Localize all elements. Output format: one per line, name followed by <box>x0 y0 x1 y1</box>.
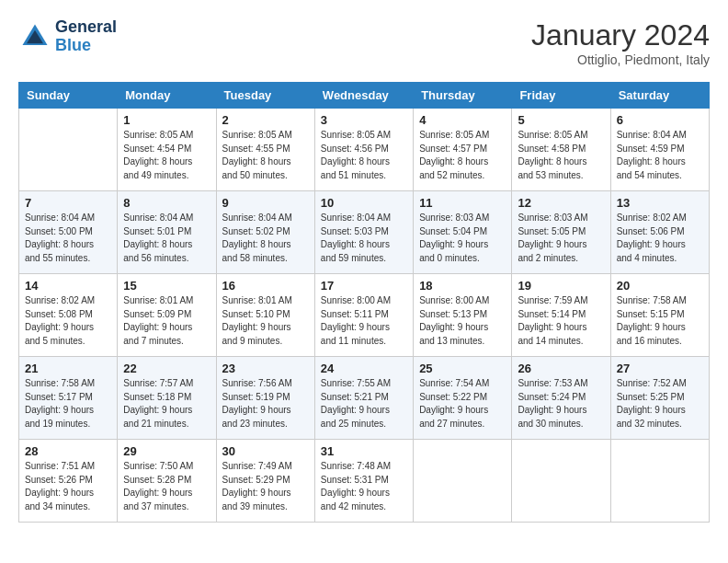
day-number: 8 <box>123 196 210 210</box>
logo-line2: Blue <box>55 37 117 55</box>
day-info: Sunrise: 7:50 AMSunset: 5:28 PMDaylight:… <box>123 460 210 513</box>
day-info: Sunrise: 7:51 AMSunset: 5:26 PMDaylight:… <box>25 460 111 513</box>
day-number: 31 <box>321 444 407 458</box>
calendar-cell <box>512 440 610 523</box>
day-info: Sunrise: 7:58 AMSunset: 5:15 PMDaylight:… <box>617 294 703 348</box>
logo: General Blue <box>18 18 117 55</box>
calendar-cell <box>414 440 512 523</box>
day-info: Sunrise: 8:04 AMSunset: 5:02 PMDaylight:… <box>222 212 309 265</box>
calendar-header: SundayMondayTuesdayWednesdayThursdayFrid… <box>19 83 710 109</box>
day-info: Sunrise: 7:48 AMSunset: 5:31 PMDaylight:… <box>321 460 407 513</box>
day-number: 7 <box>25 196 111 210</box>
day-info: Sunrise: 8:03 AMSunset: 5:05 PMDaylight:… <box>518 212 604 265</box>
calendar-cell <box>19 109 118 191</box>
calendar-cell: 20Sunrise: 7:58 AMSunset: 5:15 PMDayligh… <box>610 274 709 357</box>
day-number: 23 <box>222 362 309 375</box>
day-number: 9 <box>222 196 309 210</box>
day-number: 13 <box>617 196 703 210</box>
day-number: 18 <box>419 279 506 293</box>
day-number: 14 <box>25 279 111 293</box>
calendar-cell: 14Sunrise: 8:02 AMSunset: 5:08 PMDayligh… <box>19 274 118 357</box>
day-info: Sunrise: 8:00 AMSunset: 5:11 PMDaylight:… <box>321 294 407 348</box>
day-of-week-header: Wednesday <box>314 83 413 109</box>
day-of-week-header: Thursday <box>414 83 512 109</box>
day-number: 17 <box>321 279 407 293</box>
calendar-cell: 13Sunrise: 8:02 AMSunset: 5:06 PMDayligh… <box>610 191 709 274</box>
day-number: 16 <box>222 279 309 293</box>
day-of-week-header: Friday <box>512 83 610 109</box>
day-number: 15 <box>123 279 210 293</box>
day-number: 28 <box>25 444 111 458</box>
day-number: 1 <box>123 113 210 127</box>
calendar-week-row: 14Sunrise: 8:02 AMSunset: 5:08 PMDayligh… <box>19 274 710 357</box>
calendar-cell: 26Sunrise: 7:53 AMSunset: 5:24 PMDayligh… <box>512 357 610 440</box>
day-number: 6 <box>617 113 703 127</box>
day-info: Sunrise: 8:04 AMSunset: 5:00 PMDaylight:… <box>25 212 111 265</box>
day-number: 29 <box>123 444 210 458</box>
calendar-week-row: 1Sunrise: 8:05 AMSunset: 4:54 PMDaylight… <box>19 109 710 191</box>
day-info: Sunrise: 8:05 AMSunset: 4:58 PMDaylight:… <box>518 129 604 182</box>
day-info: Sunrise: 8:00 AMSunset: 5:13 PMDaylight:… <box>419 294 506 348</box>
calendar-cell: 17Sunrise: 8:00 AMSunset: 5:11 PMDayligh… <box>314 274 413 357</box>
day-number: 10 <box>321 196 407 210</box>
day-number: 11 <box>419 196 506 210</box>
calendar-week-row: 28Sunrise: 7:51 AMSunset: 5:26 PMDayligh… <box>19 440 710 523</box>
day-of-week-header: Saturday <box>610 83 709 109</box>
calendar-cell: 19Sunrise: 7:59 AMSunset: 5:14 PMDayligh… <box>512 274 610 357</box>
day-number: 30 <box>222 444 309 458</box>
day-info: Sunrise: 7:49 AMSunset: 5:29 PMDaylight:… <box>222 460 309 513</box>
calendar-cell: 22Sunrise: 7:57 AMSunset: 5:18 PMDayligh… <box>118 357 216 440</box>
calendar-cell: 3Sunrise: 8:05 AMSunset: 4:56 PMDaylight… <box>314 109 413 191</box>
calendar-cell <box>610 440 709 523</box>
day-info: Sunrise: 8:05 AMSunset: 4:54 PMDaylight:… <box>123 129 210 182</box>
location-subtitle: Ottiglio, Piedmont, Italy <box>531 52 710 67</box>
page-header: General Blue January 2024 Ottiglio, Pied… <box>18 18 710 67</box>
calendar-cell: 15Sunrise: 8:01 AMSunset: 5:09 PMDayligh… <box>118 274 216 357</box>
day-number: 24 <box>321 362 407 375</box>
day-info: Sunrise: 8:01 AMSunset: 5:10 PMDaylight:… <box>222 294 309 348</box>
day-info: Sunrise: 8:02 AMSunset: 5:06 PMDaylight:… <box>617 212 703 265</box>
day-number: 20 <box>617 279 703 293</box>
calendar-cell: 23Sunrise: 7:56 AMSunset: 5:19 PMDayligh… <box>216 357 314 440</box>
day-info: Sunrise: 8:02 AMSunset: 5:08 PMDaylight:… <box>25 294 111 348</box>
day-number: 26 <box>518 362 604 375</box>
calendar-body: 1Sunrise: 8:05 AMSunset: 4:54 PMDaylight… <box>19 109 710 523</box>
calendar-cell: 12Sunrise: 8:03 AMSunset: 5:05 PMDayligh… <box>512 191 610 274</box>
calendar-cell: 9Sunrise: 8:04 AMSunset: 5:02 PMDaylight… <box>216 191 314 274</box>
day-info: Sunrise: 8:05 AMSunset: 4:55 PMDaylight:… <box>222 129 309 182</box>
day-info: Sunrise: 7:58 AMSunset: 5:17 PMDaylight:… <box>25 377 111 431</box>
day-number: 22 <box>123 362 210 375</box>
calendar-cell: 10Sunrise: 8:04 AMSunset: 5:03 PMDayligh… <box>314 191 413 274</box>
calendar-cell: 25Sunrise: 7:54 AMSunset: 5:22 PMDayligh… <box>414 357 512 440</box>
calendar-week-row: 7Sunrise: 8:04 AMSunset: 5:00 PMDaylight… <box>19 191 710 274</box>
calendar-cell: 18Sunrise: 8:00 AMSunset: 5:13 PMDayligh… <box>414 274 512 357</box>
day-info: Sunrise: 8:05 AMSunset: 4:56 PMDaylight:… <box>321 129 407 182</box>
calendar-cell: 29Sunrise: 7:50 AMSunset: 5:28 PMDayligh… <box>118 440 216 523</box>
title-area: January 2024 Ottiglio, Piedmont, Italy <box>531 18 710 67</box>
calendar-cell: 8Sunrise: 8:04 AMSunset: 5:01 PMDaylight… <box>118 191 216 274</box>
day-info: Sunrise: 7:55 AMSunset: 5:21 PMDaylight:… <box>321 377 407 431</box>
day-number: 5 <box>518 113 604 127</box>
day-info: Sunrise: 8:01 AMSunset: 5:09 PMDaylight:… <box>123 294 210 348</box>
month-title: January 2024 <box>531 18 710 52</box>
day-number: 4 <box>419 113 506 127</box>
day-number: 25 <box>419 362 506 375</box>
calendar-cell: 27Sunrise: 7:52 AMSunset: 5:25 PMDayligh… <box>610 357 709 440</box>
day-number: 19 <box>518 279 604 293</box>
logo-line1: General <box>55 18 117 37</box>
calendar-cell: 16Sunrise: 8:01 AMSunset: 5:10 PMDayligh… <box>216 274 314 357</box>
calendar-week-row: 21Sunrise: 7:58 AMSunset: 5:17 PMDayligh… <box>19 357 710 440</box>
calendar-cell: 5Sunrise: 8:05 AMSunset: 4:58 PMDaylight… <box>512 109 610 191</box>
day-number: 12 <box>518 196 604 210</box>
calendar-cell: 11Sunrise: 8:03 AMSunset: 5:04 PMDayligh… <box>414 191 512 274</box>
day-info: Sunrise: 7:53 AMSunset: 5:24 PMDaylight:… <box>518 377 604 431</box>
day-info: Sunrise: 8:04 AMSunset: 4:59 PMDaylight:… <box>617 129 703 182</box>
day-info: Sunrise: 8:04 AMSunset: 5:03 PMDaylight:… <box>321 212 407 265</box>
day-info: Sunrise: 8:03 AMSunset: 5:04 PMDaylight:… <box>419 212 506 265</box>
calendar-cell: 4Sunrise: 8:05 AMSunset: 4:57 PMDaylight… <box>414 109 512 191</box>
day-info: Sunrise: 7:56 AMSunset: 5:19 PMDaylight:… <box>222 377 309 431</box>
calendar-cell: 31Sunrise: 7:48 AMSunset: 5:31 PMDayligh… <box>314 440 413 523</box>
calendar-table: SundayMondayTuesdayWednesdayThursdayFrid… <box>18 82 710 523</box>
calendar-cell: 30Sunrise: 7:49 AMSunset: 5:29 PMDayligh… <box>216 440 314 523</box>
day-of-week-header: Sunday <box>19 83 118 109</box>
